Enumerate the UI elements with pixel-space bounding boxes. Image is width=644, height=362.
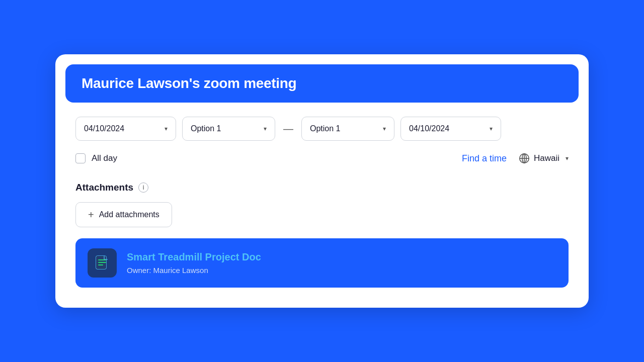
start-option-dropdown[interactable]: Option 1 ▾ (182, 117, 275, 141)
title-bar: Maurice Lawson's zoom meeting (65, 64, 579, 103)
all-day-section: All day (75, 153, 117, 163)
end-date-chevron-icon: ▾ (490, 125, 493, 132)
all-day-label: All day (92, 153, 117, 163)
right-options-section: Find a time Hawaii ▾ (462, 153, 569, 164)
end-date-dropdown[interactable]: 04/10/2024 ▾ (400, 117, 501, 141)
add-attachments-button[interactable]: + Add attachments (75, 202, 172, 227)
meeting-title: Maurice Lawson's zoom meeting (82, 75, 562, 92)
globe-icon (519, 153, 530, 164)
plus-icon: + (88, 210, 94, 220)
options-row: All day Find a time Hawaii ▾ (75, 153, 569, 164)
all-day-checkbox[interactable] (75, 153, 86, 163)
find-time-link[interactable]: Find a time (462, 153, 507, 164)
end-option-dropdown[interactable]: Option 1 ▾ (301, 117, 394, 141)
start-option-value: Option 1 (191, 124, 221, 133)
end-option-chevron-icon: ▾ (383, 125, 386, 132)
document-icon (94, 255, 110, 271)
date-time-row: 04/10/2024 ▾ Option 1 ▾ — Option 1 ▾ 04/… (75, 117, 569, 141)
main-card: Maurice Lawson's zoom meeting 04/10/2024… (55, 54, 589, 308)
start-date-dropdown[interactable]: 04/10/2024 ▾ (75, 117, 176, 141)
attachment-name: Smart Treadmill Project Doc (127, 251, 261, 263)
attachment-owner: Owner: Maurice Lawson (127, 266, 261, 275)
card-content: 04/10/2024 ▾ Option 1 ▾ — Option 1 ▾ 04/… (55, 103, 589, 288)
doc-icon-wrapper (88, 248, 117, 278)
timezone-label: Hawaii (534, 153, 559, 163)
timezone-chevron-icon: ▾ (566, 155, 569, 162)
attachment-info: Smart Treadmill Project Doc Owner: Mauri… (127, 251, 261, 275)
start-date-chevron-icon: ▾ (165, 125, 168, 132)
start-date-value: 04/10/2024 (84, 124, 124, 133)
attachments-header: Attachments i (75, 182, 569, 193)
timezone-dropdown[interactable]: Hawaii ▾ (519, 153, 569, 164)
range-separator: — (283, 123, 293, 135)
end-option-value: Option 1 (310, 124, 340, 133)
attachments-title: Attachments (75, 182, 133, 193)
attachment-item[interactable]: Smart Treadmill Project Doc Owner: Mauri… (75, 238, 569, 288)
start-option-chevron-icon: ▾ (264, 125, 267, 132)
add-attachments-label: Add attachments (99, 210, 159, 219)
end-date-value: 04/10/2024 (409, 124, 449, 133)
attachments-info-icon[interactable]: i (138, 183, 148, 193)
